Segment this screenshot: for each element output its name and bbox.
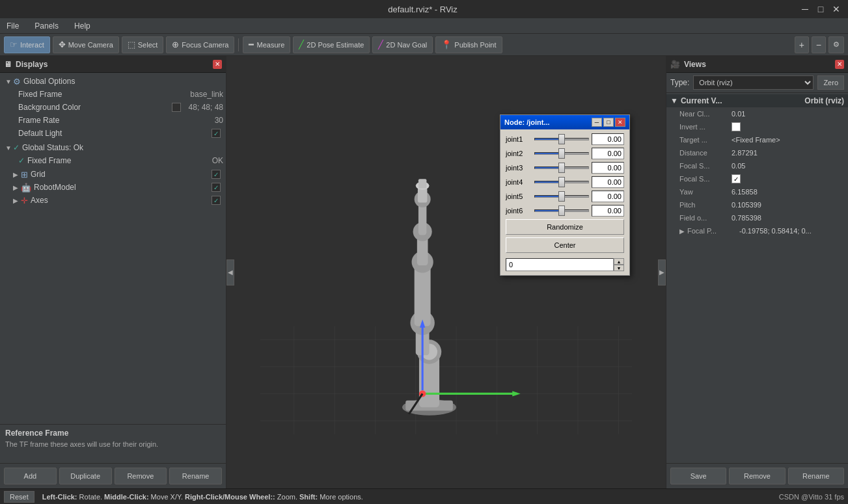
reset-button[interactable]: Reset xyxy=(4,491,34,503)
views-type-select[interactable]: Orbit (rviz) xyxy=(693,75,814,90)
joint3-slider[interactable] xyxy=(534,162,589,174)
global-status-row[interactable]: ▼ ✓ Global Status: Ok xyxy=(0,141,226,154)
displays-close-button[interactable]: ✕ xyxy=(213,60,222,69)
robotmodel-item[interactable]: ▶ 🤖 RobotModel xyxy=(0,181,226,194)
field-of-view-row[interactable]: Field o... 0.785398 xyxy=(666,211,848,224)
views-panel-title: 🎥 Views xyxy=(670,60,706,69)
joint1-slider[interactable] xyxy=(534,133,589,145)
interact-button[interactable]: ☞ Interact xyxy=(4,36,50,53)
remove-toolbar-button[interactable]: − xyxy=(812,36,826,53)
collapse-right-button[interactable]: ▶ xyxy=(658,259,666,285)
pose-estimate-button[interactable]: ╱ 2D Pose Estimate xyxy=(293,36,370,53)
collapse-left-button[interactable]: ◀ xyxy=(226,259,234,285)
views-save-button[interactable]: Save xyxy=(670,468,726,484)
robotmodel-arrow[interactable]: ▶ xyxy=(13,184,21,191)
near-clip-label: Near Cl... xyxy=(679,110,732,118)
global-options-arrow[interactable]: ▼ xyxy=(5,78,13,85)
focus-camera-button[interactable]: ⊕ Focus Camera xyxy=(166,36,234,53)
default-light-row[interactable]: Default Light xyxy=(0,127,226,140)
menu-help[interactable]: Help xyxy=(72,20,93,32)
joint2-slider[interactable] xyxy=(534,148,589,159)
toolbar-sep-1 xyxy=(238,38,239,51)
joint-dialog-minimize[interactable]: ─ xyxy=(592,118,602,127)
views-rename-button[interactable]: Rename xyxy=(788,468,844,484)
joint6-value: 0.00 xyxy=(592,205,624,217)
grid-item[interactable]: ▶ ⊞ Grid xyxy=(0,168,226,181)
rename-button[interactable]: Rename xyxy=(169,468,222,484)
joint1-value: 0.00 xyxy=(592,133,624,145)
focal-point-row[interactable]: ▶ Focal P... -0.19758; 0.58414; 0... xyxy=(666,224,848,237)
yaw-row[interactable]: Yaw 6.15858 xyxy=(666,185,848,198)
focal-size-row[interactable]: Focal S... 0.05 xyxy=(666,159,848,172)
views-zero-button[interactable]: Zero xyxy=(817,75,844,90)
robotmodel-label: RobotModel xyxy=(34,183,212,192)
joint-dialog-titlebar: Node: /joint... ─ □ ✕ xyxy=(500,115,629,129)
svg-rect-31 xyxy=(418,179,426,189)
add-toolbar-button[interactable]: + xyxy=(795,36,809,53)
measure-button[interactable]: ━ Measure xyxy=(243,36,290,53)
add-button[interactable]: Add xyxy=(4,468,57,484)
nav-goal-button[interactable]: ╱ 2D Nav Goal xyxy=(372,36,433,53)
joint5-slider[interactable] xyxy=(534,191,589,202)
axes-item[interactable]: ▶ ✛ Axes xyxy=(0,194,226,207)
spinbox-up-button[interactable]: ▲ xyxy=(614,258,624,265)
invert-checkbox[interactable] xyxy=(732,122,741,131)
close-window-button[interactable]: ✕ xyxy=(831,4,841,14)
pitch-row[interactable]: Pitch 0.105399 xyxy=(666,198,848,211)
move-camera-button[interactable]: ✥ Move Camera xyxy=(53,36,119,53)
distance-row[interactable]: Distance 2.87291 xyxy=(666,146,848,159)
duplicate-button[interactable]: Duplicate xyxy=(59,468,112,484)
fixed-frame-value: base_link xyxy=(190,90,223,99)
window-title: default.rviz* - RViz xyxy=(46,5,800,14)
axes-arrow[interactable]: ▶ xyxy=(13,197,21,204)
invert-row[interactable]: Invert ... xyxy=(666,120,848,133)
focal-point-arrow[interactable]: ▶ xyxy=(679,228,685,235)
maximize-button[interactable]: □ xyxy=(815,4,826,14)
grid-arrow[interactable]: ▶ xyxy=(13,171,21,178)
global-status-arrow[interactable]: ▼ xyxy=(5,144,13,152)
joint-dialog-close[interactable]: ✕ xyxy=(615,118,625,127)
robotmodel-checkbox[interactable] xyxy=(212,183,221,192)
target-row[interactable]: Target ... <Fixed Frame> xyxy=(666,133,848,146)
axes-checkbox[interactable] xyxy=(212,196,221,205)
joint6-slider[interactable] xyxy=(534,205,589,217)
fixed-frame-status-icon: ✓ xyxy=(18,156,25,165)
joint4-slider[interactable] xyxy=(534,176,589,188)
menu-file[interactable]: File xyxy=(4,20,21,32)
remove-button[interactable]: Remove xyxy=(115,468,167,484)
joint-dialog-maximize[interactable]: □ xyxy=(603,118,614,127)
current-view-header[interactable]: ▼ Current V... Orbit (rviz) xyxy=(666,94,848,107)
randomize-button[interactable]: Randomize xyxy=(506,219,624,235)
focal-shape-row[interactable]: Focal S... xyxy=(666,172,848,185)
background-color-row[interactable]: Background Color 48; 48; 48 xyxy=(0,101,226,114)
description-title: Reference Frame xyxy=(5,429,221,438)
joint-state-dialog: Node: /joint... ─ □ ✕ joint1 xyxy=(500,114,630,276)
viewport[interactable]: ◀ ▶ xyxy=(226,56,666,488)
global-status-fixed-frame-row[interactable]: ✓ Fixed Frame OK xyxy=(0,154,226,167)
move-camera-icon: ✥ xyxy=(59,40,66,49)
center-button[interactable]: Center xyxy=(506,237,624,253)
measure-icon: ━ xyxy=(249,40,254,49)
status-help-text: Left-Click: Rotate. Middle-Click: Move X… xyxy=(42,493,363,501)
settings-toolbar-button[interactable]: ⚙ xyxy=(828,36,844,53)
default-light-checkbox[interactable] xyxy=(212,129,221,138)
joint6-row: joint6 0.00 xyxy=(506,205,624,217)
frame-rate-label: Frame Rate xyxy=(18,116,210,125)
joint-spinbox-input[interactable] xyxy=(506,258,614,271)
views-close-button[interactable]: ✕ xyxy=(835,60,844,69)
menu-panels[interactable]: Panels xyxy=(32,20,61,32)
grid-checkbox[interactable] xyxy=(212,170,221,179)
spinbox-down-button[interactable]: ▼ xyxy=(614,265,624,271)
grid-icon: ⊞ xyxy=(21,170,28,179)
global-options-row[interactable]: ▼ ⚙ Global Options xyxy=(0,75,226,88)
minimize-button[interactable]: ─ xyxy=(800,4,810,14)
focal-shape-checkbox[interactable] xyxy=(732,174,741,183)
frame-rate-row[interactable]: Frame Rate 30 xyxy=(0,114,226,127)
fps-value: 31 fps xyxy=(825,493,844,501)
near-clip-row[interactable]: Near Cl... 0.01 xyxy=(666,107,848,120)
fixed-frame-row[interactable]: Fixed Frame base_link xyxy=(0,88,226,101)
views-remove-button[interactable]: Remove xyxy=(729,468,785,484)
select-button[interactable]: ⬚ Select xyxy=(122,36,164,53)
window-controls[interactable]: ─ □ ✕ xyxy=(800,4,841,14)
publish-point-button[interactable]: 📍 Publish Point xyxy=(435,36,502,53)
